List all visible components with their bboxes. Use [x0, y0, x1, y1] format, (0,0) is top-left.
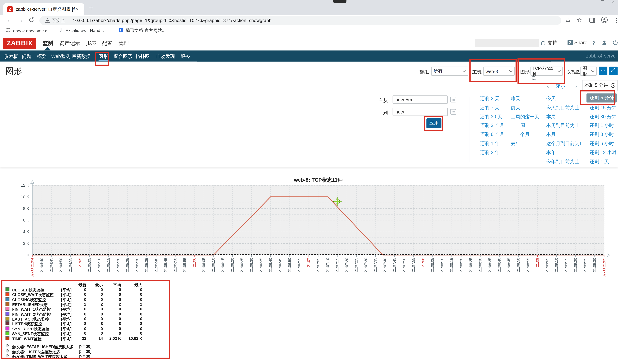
bookmark-item[interactable]: Excalidraw | Hand... [58, 28, 104, 33]
quick-range-还剩 15 分钟[interactable]: 还剩 15 分钟 [590, 104, 617, 111]
quick-range-今年到目前为止[interactable]: 今年到目前为止 [546, 158, 579, 165]
quick-range-上一个月[interactable]: 上一个月 [511, 131, 530, 138]
bookmark-label: Excalidraw | Hand... [65, 28, 104, 33]
quick-range-今天到目前为止[interactable]: 今天到目前为止 [546, 104, 579, 111]
quick-range-还剩 6 小时[interactable]: 还剩 6 小时 [590, 140, 614, 147]
svg-text:21:08:10: 21:08:10 [440, 258, 444, 272]
quick-range-还剩 3 小时[interactable]: 还剩 3 小时 [590, 131, 614, 138]
sidebar-item-4[interactable]: Web监测 [51, 53, 70, 60]
quick-range-本月[interactable]: 本月 [546, 131, 556, 138]
group-select[interactable]: 所有 [431, 67, 468, 76]
share-link[interactable]: Z Share [567, 40, 587, 45]
series-color-swatch [6, 317, 10, 321]
quick-range-还剩 12 小时[interactable]: 还剩 12 小时 [590, 149, 617, 156]
from-calendar-button[interactable] [450, 96, 457, 103]
user-profile-icon[interactable] [601, 40, 607, 46]
security-chip[interactable]: 不安全 [45, 17, 65, 23]
browser-tab[interactable]: Z zabbix4-server: 自定义图表 [每 × [3, 3, 84, 15]
sidebar-item-10[interactable]: 服务 [180, 53, 190, 60]
fullscreen-button[interactable] [609, 67, 618, 75]
address-bar[interactable]: 不安全 10.0.0.61/zabbix/charts.php?page=1&g… [39, 16, 561, 25]
time-range-toggle[interactable]: 还剩 5 分钟 [582, 80, 618, 91]
sidebar-item-7[interactable]: 聚合图形 [114, 53, 132, 60]
quick-range-今天[interactable]: 今天 [546, 95, 556, 102]
quick-range-这个月到目前为止[interactable]: 这个月到目前为止 [546, 140, 584, 147]
url-text[interactable]: 10.0.0.61/zabbix/charts.php?page=1&group… [73, 18, 271, 23]
quick-range-还剩 1 天[interactable]: 还剩 1 天 [590, 158, 609, 165]
side-panel-icon[interactable] [589, 17, 595, 24]
main-menu-item-2[interactable]: 资产记录 [59, 40, 80, 47]
search-input[interactable] [475, 39, 539, 47]
bookmark-item[interactable]: 腾讯文档-官方网站... [118, 28, 166, 34]
quick-range-上周的这一天[interactable]: 上周的这一天 [511, 113, 539, 120]
tcp-states-graph[interactable]: 02 K4 K6 K8 K10 K12 K07-03 21:0421:04:40… [0, 173, 618, 285]
zabbix-logo[interactable]: ZABBIX [3, 38, 36, 49]
graph-select[interactable]: TCP状态11种 [530, 67, 563, 76]
quick-range-昨天[interactable]: 昨天 [511, 95, 520, 102]
quick-range-还剩 2 年[interactable]: 还剩 2 年 [480, 149, 500, 156]
search-icon[interactable] [531, 76, 537, 82]
quick-range-前天[interactable]: 前天 [511, 104, 520, 111]
quick-range-本周[interactable]: 本周 [546, 113, 556, 120]
menu-kebab-icon[interactable]: ⋮ [613, 17, 618, 24]
view-as-select[interactable]: 图形 [580, 67, 597, 76]
sidebar-item-3[interactable]: 概览 [37, 53, 47, 60]
new-tab-button[interactable]: + [89, 4, 93, 12]
favorite-button[interactable]: ☆ [599, 67, 607, 75]
window-close-button[interactable]: × [611, 0, 614, 5]
quick-range-还剩 6 个月[interactable]: 还剩 6 个月 [480, 131, 504, 138]
quick-range-还剩 1 年[interactable]: 还剩 1 年 [480, 140, 500, 147]
apply-button[interactable]: 应用 [426, 118, 441, 128]
quick-range-本年[interactable]: 本年 [546, 149, 556, 156]
bookmark-label: ebook.apecome.c... [13, 28, 51, 33]
sidebar-item-8[interactable]: 拓扑图 [136, 53, 150, 60]
support-link[interactable]: 支持 [541, 40, 557, 47]
series-name: SYN_SENT状态监控 [12, 331, 49, 337]
sidebar-item-9[interactable]: 自动发现 [156, 53, 175, 60]
series-color-swatch [6, 287, 10, 291]
main-menu-item-4[interactable]: 配置 [102, 40, 112, 47]
time-forward-arrow[interactable]: › [575, 83, 577, 89]
help-link[interactable]: ? [592, 40, 595, 46]
sidebar-item-5[interactable]: 最新数据 [72, 53, 91, 60]
quick-range-还剩 3 个月[interactable]: 还剩 3 个月 [480, 122, 504, 129]
main-menu-item-5[interactable]: 管理 [118, 40, 129, 47]
time-back-arrow[interactable]: ‹ [547, 83, 549, 89]
main-menu-item-3[interactable]: 报表 [86, 40, 97, 47]
host-select[interactable]: web-8 [483, 67, 515, 76]
logout-icon[interactable] [612, 40, 618, 45]
share-icon[interactable] [565, 17, 571, 24]
window-maximize-button[interactable]: □ [601, 0, 604, 4]
profile-avatar[interactable] [601, 17, 608, 25]
legend-row: SYN_RCVD状态监控[平均]0000 [6, 326, 171, 331]
back-icon[interactable]: ← [6, 17, 12, 23]
quick-range-还剩 30 分钟[interactable]: 还剩 30 分钟 [590, 113, 617, 120]
to-calendar-button[interactable] [450, 108, 457, 115]
series-color-swatch [6, 326, 10, 330]
zoom-out-link[interactable]: 缩小 [556, 83, 565, 90]
quick-range-还剩 2 天[interactable]: 还剩 2 天 [480, 95, 500, 102]
from-input[interactable] [393, 95, 448, 104]
quick-range-本周到目前为止[interactable]: 本周到目前为止 [546, 122, 579, 129]
forward-icon[interactable]: → [17, 17, 23, 23]
bookmark-star-icon[interactable]: ☆ [577, 17, 582, 24]
reload-icon[interactable] [28, 17, 34, 24]
quick-range-还剩 1 小时[interactable]: 还剩 1 小时 [590, 122, 614, 129]
to-input[interactable] [393, 108, 448, 116]
bookmark-item[interactable]: ebook.apecome.c... [6, 28, 51, 34]
sidebar-item-2[interactable]: 问题 [22, 53, 31, 60]
main-menu-item-1[interactable]: 监测 [43, 40, 53, 47]
window-minimize-button[interactable]: — [588, 0, 593, 4]
quick-range-还剩 7 天[interactable]: 还剩 7 天 [480, 104, 500, 111]
series-color-swatch [6, 322, 10, 325]
series-stat-value: 0 [99, 287, 121, 292]
quick-range-去年[interactable]: 去年 [511, 140, 520, 147]
quick-range-上一周[interactable]: 上一周 [511, 122, 525, 129]
sidebar-item-1[interactable]: 仪表板 [4, 53, 18, 60]
svg-text:21:07:15: 21:07:15 [335, 258, 339, 272]
sidebar-item-6[interactable]: 图形 [99, 53, 108, 60]
series-stat-value: 0 [121, 287, 142, 292]
tab-close-icon[interactable]: × [76, 6, 78, 12]
quick-range-还剩 5 分钟[interactable]: 还剩 5 分钟 [587, 93, 617, 103]
quick-range-还剩 30 天[interactable]: 还剩 30 天 [480, 113, 502, 120]
